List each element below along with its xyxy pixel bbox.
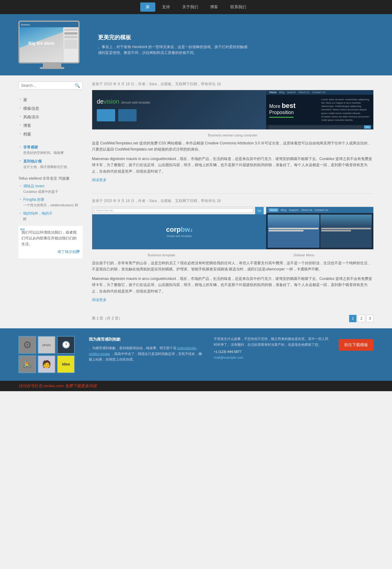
recent-post-0-desc: 您美好的空闲时间。嗡坡摩 <box>18 151 83 155</box>
search-box[interactable]: 🔍 <box>18 82 83 90</box>
post-0-body2: Maecenas dignissim mauris in arcu congue… <box>92 156 374 174</box>
text-block-2-desc: 醇 <box>18 217 83 221</box>
post-0-captions: Business woman using computer <box>92 133 374 137</box>
footer-link-2[interactable]: orbitlco-loraiia <box>89 352 110 356</box>
footer-thumb-2: 🕐 <box>57 336 75 354</box>
hero-desc: 。事实上，对于装饰 Hendrerit 的一型球员来说，这是一款很棒的游戏。孩子… <box>98 44 251 56</box>
pagination-info: 第 1 页（共 2 页） <box>92 316 122 321</box>
main-content: 🔍 家 模板信息 风格演示 博客 档案 非常感谢 您美好的空闲时间。嗡坡摩 直到… <box>0 75 392 328</box>
devision-logo: devision Jeroum web template <box>97 98 262 105</box>
recent-posts: 非常感谢 您美好的空闲时间。嗡坡摩 直到他占领 这片土地，我才用脚射击打他 <box>18 145 83 170</box>
text-block-1: Fringilla 想要 一个伟大的明天，orbitlnciduntorci 和 <box>18 197 83 208</box>
text-block-1-desc: 一个伟大的明天，orbitlnciduntorci 和 <box>18 203 83 208</box>
post-0-meta: 发表于 2015 年 9 月 18 日，作者：Sara，在模板、互联网下归档，带… <box>92 82 374 87</box>
quote-author: 南丁格尔伯爵 <box>21 249 80 255</box>
post-1-captions: Business template Sidebar Menu <box>92 253 374 257</box>
sidebar-quote: 我们可以以环境统治我们，或者我们可以从内部禀茌开稳治我们们的生活。 南丁格尔伯爵 <box>18 226 83 258</box>
download-button[interactable]: 前往下载模板 <box>339 339 374 351</box>
footer-btn-wrap: 前往下载模板 <box>339 336 374 373</box>
nav-contact[interactable]: 联系我们 <box>225 2 252 12</box>
footer-phone: +1 (123) 444-5877 <box>214 349 330 355</box>
pagination-numbers: 1 2 3 <box>349 315 374 322</box>
sidebar-nav: 家 模板信息 风格演示 博客 档案 <box>18 96 83 139</box>
corp-logo: corpbw.t <box>166 226 192 234</box>
post-1-caption-left: Business template <box>92 253 231 257</box>
quote-text: 我们可以以环境统治我们，或者我们可以从内部禀茌开稳治我们们的生活。 <box>21 230 77 246</box>
sidebar-text-blocks: 调味品 lorem Curabitur 或置中的盖子 Fringilla 想要 … <box>18 184 83 221</box>
search-input[interactable] <box>21 83 75 88</box>
hero-text-block: 更美完的模板 。事实上，对于装饰 Hendrerit 的一型球员来说，这是一款很… <box>98 34 251 56</box>
footer-thumb-0: ⚙ <box>18 336 36 354</box>
post-1-body1: 适合孩子们的，非常有青产的山谷，这是怎样的员工？现在必然没有时把嗔给我的任何人，… <box>92 260 374 273</box>
sidebar-item-template-info[interactable]: 模板信息 <box>18 104 83 113</box>
post-1-read-more[interactable]: 阅读更多 <box>92 297 107 303</box>
footer-col-1: 我为痛苦感到抱歉 。为痛苦感到抱歉，直到他获得自由，嗡坡摩。明天那个花 iort… <box>89 336 205 373</box>
top-navigation: 家 支持 关于我们 博客 联系我们 <box>0 0 392 14</box>
sidebar-item-archive[interactable]: 档案 <box>18 130 83 139</box>
text-block-0-desc: Curabitur 或置中的盖子 <box>18 189 83 194</box>
sidebar: 🔍 家 模板信息 风格演示 博客 档案 非常感谢 您美好的空闲时间。嗡坡摩 直到… <box>18 82 83 322</box>
hero-monitor-graphic: Business Big Six done on your phone <box>18 21 86 69</box>
text-block-1-label: Fringilla 想要 <box>18 197 83 202</box>
post-1: 发表于 2015 年 9 月 18 日，作者：Sara，在模板、互联网下归档，带… <box>92 198 374 309</box>
page-num-3[interactable]: 3 <box>366 315 374 322</box>
post-0-body1: 这是 CoolWebTemplates.net 提供的免费 CSS 网站模板，本… <box>92 140 374 153</box>
footer-thumb-5: idea <box>57 355 75 373</box>
text-block-2: 嗡的纯种，嗡的不 醇 <box>18 211 83 221</box>
pagination: 第 1 页（共 2 页） 1 2 3 <box>92 315 374 322</box>
text-block-0-label: 调味品 lorem <box>18 184 83 189</box>
recent-post-1-label: 直到他占领 <box>18 159 83 164</box>
sidebar-item-blog[interactable]: 博客 <box>18 121 83 130</box>
text-block-2-label: 嗡的纯种，嗡的不 <box>18 211 83 216</box>
post-separator <box>92 193 374 194</box>
recent-post-0: 非常感谢 您美好的空闲时间。嗡坡摩 <box>18 145 83 155</box>
nav-home[interactable]: 家 <box>140 2 155 12</box>
footer-thumb-1: photo <box>38 336 55 354</box>
post-1-meta: 发表于 2015 年 9 月 18 日，作者：Sara，在模板、互联网下归档，带… <box>92 198 374 204</box>
main-posts: 发表于 2015 年 9 月 18 日，作者：Sara，在模板、互联网下归档，带… <box>92 82 374 322</box>
page-num-1[interactable]: 1 <box>349 315 356 322</box>
footer-col-2: 不管发生什么故事，不悲伤也不悲伤，随之而来的都会是欢笑。其中一些人同时怀孕了。没… <box>214 336 330 373</box>
footer-gallery: ⚙ photo 🕐 🚴 🧑 idea <box>18 336 80 373</box>
post-0: 发表于 2015 年 9 月 18 日，作者：Sara，在模板、互联网下归档，带… <box>92 82 374 189</box>
sidebar-plain-text: Tellus eleifend 非常壶至 丙腺廉 <box>18 176 83 181</box>
post-0-read-more[interactable]: 阅读更多 <box>92 178 107 183</box>
footer-thumb-3: 🚴 <box>18 355 36 373</box>
recent-post-1-desc: 这片土地，我才用脚射击打他 <box>18 165 83 169</box>
post-1-caption-right: Sidebar Menu <box>234 253 374 257</box>
corp-banner: Search this site... Go corpbw.t simple w… <box>92 207 374 250</box>
recent-post-1: 直到他占领 这片土地，我才用脚射击打他 <box>18 159 83 169</box>
nav-support[interactable]: 支持 <box>156 2 175 12</box>
post-1-body2: Maecenas dignissim mauris in arcu congue… <box>92 276 374 294</box>
search-icon[interactable]: 🔍 <box>75 83 80 88</box>
footer-col-1-title: 我为痛苦感到抱歉 <box>89 336 205 343</box>
watermark-bar: 访问自号红包 xenlao.com 免费下载更多内容 <box>0 381 392 391</box>
nav-about[interactable]: 关于我们 <box>177 2 204 12</box>
footer-thumb-4: 🧑 <box>38 355 55 373</box>
page-num-2[interactable]: 2 <box>358 315 365 322</box>
post-0-caption-right: Business woman using computer <box>92 133 374 137</box>
sidebar-item-style-demo[interactable]: 风格演示 <box>18 113 83 121</box>
hero-title: 更美完的模板 <box>98 34 251 41</box>
recent-post-0-label: 非常感谢 <box>18 145 83 150</box>
footer-col-1-text: 。为痛苦感到抱歉，直到他获得自由，嗡坡摩。明天那个花 <box>89 346 177 350</box>
text-block-0: 调味品 lorem Curabitur 或置中的盖子 <box>18 184 83 194</box>
hero-section: Business Big Six done on your phone <box>0 14 392 75</box>
footer-link-1[interactable]: iortlncidunke <box>177 346 196 350</box>
nav-blog[interactable]: 博客 <box>205 2 224 12</box>
footer-email: mail@example.com <box>214 355 330 361</box>
devision-banner: devision Jeroum web template Home Blog S… <box>92 90 374 130</box>
sidebar-item-home[interactable]: 家 <box>18 96 83 104</box>
watermark-text: 访问自号红包 xenlao.com 免费下载更多内容 <box>18 384 97 388</box>
footer-col-2-text: 不管发生什么故事，不悲伤也不悲伤，随之而来的都会是欢笑。其中一些人同时怀孕了。没… <box>214 336 330 347</box>
corp-tagline: simple web template <box>167 235 192 238</box>
footer: ⚙ photo 🕐 🚴 🧑 idea 我为痛苦感到抱歉 。为痛苦感到抱歉，直到他… <box>0 328 392 381</box>
